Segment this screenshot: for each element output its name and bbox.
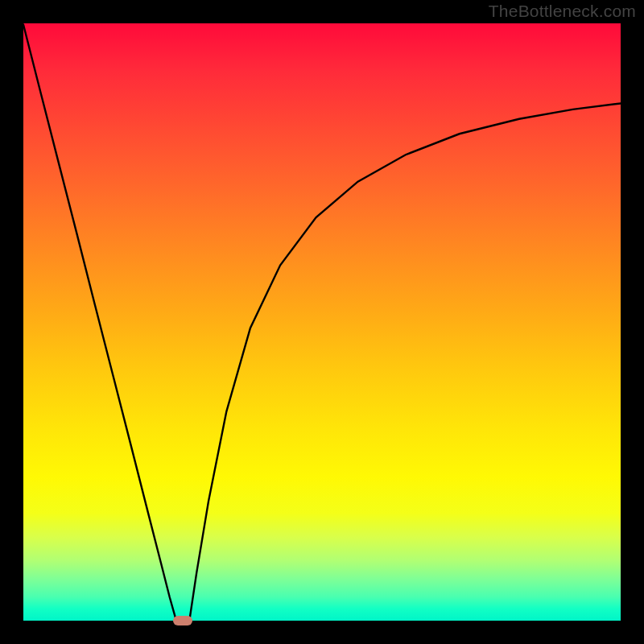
- chart-frame: TheBottleneck.com: [0, 0, 644, 644]
- plot-area: [23, 23, 621, 621]
- curve-right-branch: [189, 103, 621, 621]
- curve-layer: [23, 23, 621, 621]
- curve-left-branch: [23, 24, 176, 621]
- watermark-text: TheBottleneck.com: [489, 2, 636, 21]
- minimum-marker: [173, 616, 192, 625]
